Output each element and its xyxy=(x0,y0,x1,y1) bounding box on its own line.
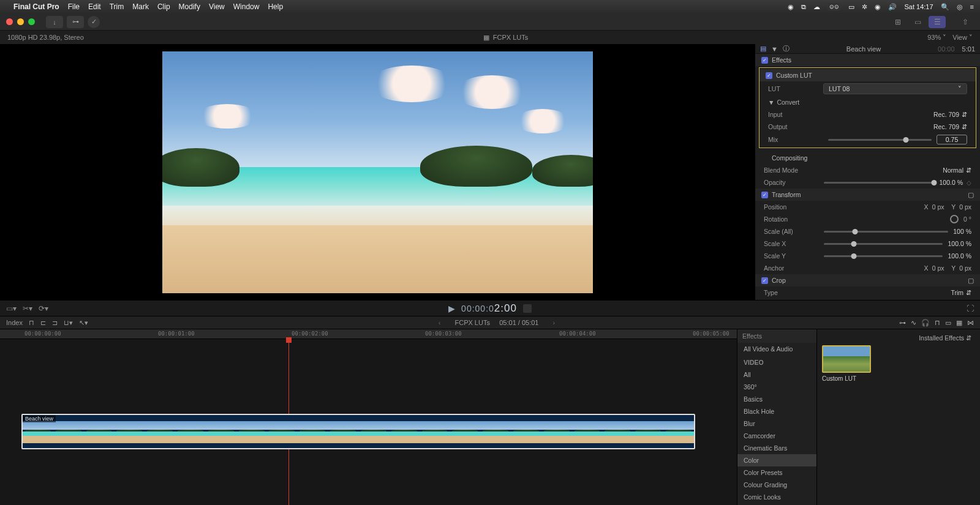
prev-edit-button[interactable]: ‹ xyxy=(439,319,441,326)
inspector-layout-button[interactable]: ☰ xyxy=(929,16,946,28)
timeline-area[interactable]: 00:00:00:0000:00:01:0000:00:02:0000:00:0… xyxy=(0,329,737,505)
transitions-browser-button[interactable]: ⋈ xyxy=(967,319,974,327)
pos-y-value[interactable]: 0 px xyxy=(959,203,971,211)
zoom-window-button[interactable] xyxy=(28,18,35,25)
custom-lut-effect[interactable]: ✓ Custom LUT LUT LUT 08˅ ▼ Convert Input… xyxy=(759,67,976,148)
scale-x-slider[interactable] xyxy=(824,243,943,245)
effects-checkbox[interactable]: ✓ xyxy=(761,57,768,64)
browser-layout-button[interactable]: ⊞ xyxy=(889,16,907,28)
info-tab-icon[interactable]: ⓘ xyxy=(783,44,790,53)
rotation-value[interactable]: 0 ° xyxy=(963,215,971,223)
mix-value-input[interactable]: 0.75 xyxy=(937,135,967,144)
index-button[interactable]: Index xyxy=(6,319,23,326)
tools-button[interactable]: ✂▾ xyxy=(23,304,32,313)
view-menu[interactable]: View ˅ xyxy=(952,34,973,42)
custom-lut-checkbox[interactable]: ✓ xyxy=(766,72,772,79)
timeline-layout-button[interactable]: ▭ xyxy=(909,16,926,28)
stepper-icon[interactable]: ⇵ xyxy=(966,289,971,296)
fullscreen-button[interactable]: ⛶ xyxy=(967,304,974,313)
stepper-icon[interactable]: ⇵ xyxy=(962,111,967,118)
audio-skimming-button[interactable]: ∿ xyxy=(911,319,916,327)
blend-value[interactable]: Normal xyxy=(943,166,963,174)
append-clip-button[interactable]: ⊐ xyxy=(52,319,58,327)
timecode-display[interactable]: 00:00:02:00 xyxy=(461,302,517,315)
play-button[interactable]: ▶ xyxy=(448,304,455,313)
timeline-clip[interactable]: Beach view xyxy=(21,414,695,449)
menu-trim[interactable]: Trim xyxy=(110,2,124,11)
spotlight-sync-icon[interactable]: ✲ xyxy=(862,3,867,11)
color-tab-icon[interactable]: ▼ xyxy=(771,45,778,53)
keyword-button[interactable]: ⊶ xyxy=(67,16,84,28)
effect-thumbnail[interactable]: Custom LUT xyxy=(822,345,871,382)
menu-help[interactable]: Help xyxy=(268,2,283,11)
insert-clip-button[interactable]: ⊏ xyxy=(40,319,46,327)
menu-mark[interactable]: Mark xyxy=(132,2,149,11)
effects-category-item[interactable]: Colour Grading xyxy=(737,479,816,491)
share-button[interactable]: ⇧ xyxy=(957,16,974,28)
clock-text[interactable]: Sat 14:17 xyxy=(904,3,933,10)
video-tab-icon[interactable]: ▤ xyxy=(760,45,766,53)
onscreen-controls-icon[interactable]: ▢ xyxy=(968,191,974,198)
crop-checkbox[interactable]: ✓ xyxy=(761,277,768,284)
wifi-icon[interactable]: ◉ xyxy=(875,3,881,11)
retiming-button[interactable]: ⟳▾ xyxy=(39,304,48,313)
effects-category-item[interactable]: Comic Looks xyxy=(737,491,816,503)
anchor-x-value[interactable]: 0 px xyxy=(932,264,944,272)
notification-center-icon[interactable]: ≡ xyxy=(970,3,974,10)
effects-category-item[interactable]: Camcorder xyxy=(737,430,816,442)
effects-browser-button[interactable]: ▦ xyxy=(956,319,962,327)
stepper-icon[interactable]: ⇵ xyxy=(966,166,971,174)
solo-button[interactable]: 🎧 xyxy=(921,319,930,327)
connect-clip-button[interactable]: ⊓ xyxy=(29,319,34,327)
zoom-level[interactable]: 93% ˅ xyxy=(927,34,946,42)
menu-file[interactable]: File xyxy=(68,2,80,11)
scale-all-slider[interactable] xyxy=(824,231,948,233)
app-name[interactable]: Final Cut Pro xyxy=(13,2,59,11)
close-window-button[interactable] xyxy=(6,18,13,25)
dropbox-icon[interactable]: ⧉ xyxy=(801,3,806,11)
menu-window[interactable]: Window xyxy=(233,2,260,11)
scale-y-value[interactable]: 100.0 % xyxy=(948,252,971,260)
project-title[interactable]: ▦ FCPX LUTs xyxy=(483,34,528,42)
skimming-button[interactable]: ⊶ xyxy=(899,319,906,327)
snapping-button[interactable]: ⊓ xyxy=(935,319,940,327)
effects-category-item[interactable]: Blur xyxy=(737,417,816,430)
effects-category-item[interactable]: All Video & Audio xyxy=(737,343,816,355)
effects-category-item[interactable]: Color xyxy=(737,454,816,466)
effects-category-item[interactable]: Cinematic Bars xyxy=(737,442,816,454)
timeline-ruler[interactable]: 00:00:00:0000:00:01:0000:00:02:0000:00:0… xyxy=(0,329,737,339)
siri-icon[interactable]: ◎ xyxy=(957,3,963,11)
scale-x-value[interactable]: 100.0 % xyxy=(948,240,971,247)
scale-all-value[interactable]: 100 % xyxy=(953,228,971,235)
import-button[interactable]: ↓ xyxy=(46,16,63,28)
effects-category-item[interactable]: Color Presets xyxy=(737,466,816,479)
pos-x-value[interactable]: 0 px xyxy=(932,203,944,211)
next-edit-button[interactable]: › xyxy=(553,319,556,326)
lut-dropdown[interactable]: LUT 08˅ xyxy=(823,83,967,94)
opacity-slider[interactable] xyxy=(824,182,934,184)
crop-header[interactable]: ✓ Crop ▢ xyxy=(755,274,980,286)
background-tasks-button[interactable]: ✓ xyxy=(88,16,100,28)
stepper-icon[interactable]: ⇵ xyxy=(962,123,967,130)
timeline-tracks[interactable]: Beach view xyxy=(0,339,737,505)
display-icon[interactable]: ▭ xyxy=(848,3,854,11)
transform-header[interactable]: ✓ Transform ▢ xyxy=(755,189,980,201)
viewer-canvas[interactable] xyxy=(0,44,755,300)
menu-clip[interactable]: Clip xyxy=(157,2,170,11)
lane-button[interactable]: ▭ xyxy=(945,319,951,327)
convert-disclosure[interactable]: ▼ Convert xyxy=(760,96,976,108)
timeline-project-name[interactable]: FCPX LUTs xyxy=(454,319,489,326)
effects-category-item[interactable]: 360° xyxy=(737,381,816,393)
volume-icon[interactable]: 🔊 xyxy=(888,3,897,11)
onscreen-controls-icon[interactable]: ▢ xyxy=(968,277,974,284)
menu-view[interactable]: View xyxy=(209,2,225,11)
arrow-tool-button[interactable]: ↖▾ xyxy=(79,319,88,327)
anchor-y-value[interactable]: 0 px xyxy=(959,264,971,272)
effects-category-item[interactable]: All xyxy=(737,368,816,381)
transform-checkbox[interactable]: ✓ xyxy=(761,192,768,198)
search-icon[interactable]: 🔍 xyxy=(941,3,949,11)
compositing-header[interactable]: Compositing xyxy=(755,149,980,164)
clip-appearance-button[interactable]: ▭▾ xyxy=(6,304,17,313)
menu-modify[interactable]: Modify xyxy=(179,2,200,11)
cloud-icon[interactable]: ☁ xyxy=(813,3,820,11)
